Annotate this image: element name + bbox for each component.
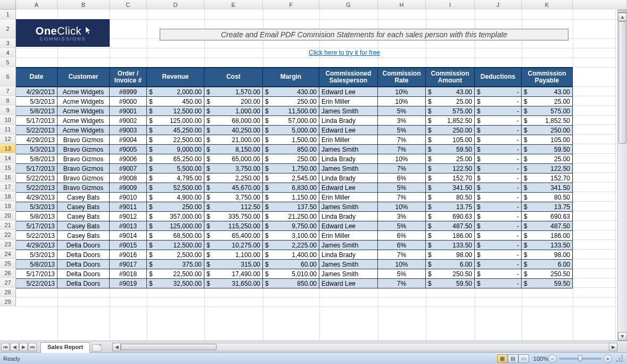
table-cell[interactable]: $6.00 (522, 260, 573, 269)
table-cell[interactable]: $25.00 (426, 97, 475, 106)
table-cell[interactable]: 5/17/2013 (16, 116, 57, 126)
table-cell[interactable]: $5,010.00 (263, 269, 319, 279)
table-cell[interactable]: $1,150.00 (263, 193, 319, 202)
table-cell[interactable]: $850.00 (263, 145, 319, 154)
table-cell[interactable]: $59.50 (522, 279, 573, 288)
table-cell[interactable]: 7% (378, 145, 426, 154)
column-header-B[interactable]: B (57, 0, 110, 10)
table-row[interactable]: 5/3/2013Delta Doors#9016$2,500.00$1,100.… (16, 250, 573, 260)
page-layout-view-button[interactable]: ▤ (508, 354, 518, 363)
table-cell[interactable]: $4,900.00 (147, 193, 204, 202)
table-cell[interactable]: Delta Doors (57, 241, 110, 250)
table-cell[interactable]: Edward Lee (319, 221, 378, 231)
table-cell[interactable]: #9002 (110, 116, 147, 126)
table-cell[interactable]: $52,500.00 (147, 183, 204, 193)
table-cell[interactable]: $32,500.00 (147, 279, 204, 288)
zoom-out-button[interactable]: − (548, 354, 557, 363)
table-cell[interactable]: Bravo Gizmos (57, 145, 110, 154)
table-cell[interactable]: 5/8/2013 (16, 212, 57, 221)
table-cell[interactable]: $21,000.00 (204, 135, 263, 145)
table-cell[interactable]: Casey Bats (57, 193, 110, 202)
table-cell[interactable]: $- (475, 173, 522, 183)
scroll-up-button[interactable]: ▲ (618, 13, 627, 21)
row-header-4[interactable]: 4 (0, 48, 16, 57)
table-row[interactable]: 5/22/2013Delta Doors#9019$32,500.00$31,6… (16, 279, 573, 288)
table-cell[interactable]: $68,500.00 (147, 231, 204, 241)
table-cell[interactable]: $133.50 (426, 241, 475, 250)
table-cell[interactable]: 10% (378, 260, 426, 269)
table-cell[interactable]: $122.50 (522, 164, 573, 173)
table-cell[interactable]: Delta Doors (57, 279, 110, 288)
table-cell[interactable]: 5/3/2013 (16, 202, 57, 212)
table-cell[interactable]: $11,500.00 (263, 106, 319, 116)
table-cell[interactable]: $40,250.00 (204, 126, 263, 135)
table-cell[interactable]: Casey Bats (57, 231, 110, 241)
row-header-24[interactable]: 24 (0, 249, 16, 259)
table-cell[interactable]: $12,500.00 (147, 106, 204, 116)
table-cell[interactable]: $25.00 (426, 154, 475, 164)
row-header-22[interactable]: 22 (0, 230, 16, 239)
table-cell[interactable]: $1,000.00 (204, 106, 263, 116)
table-cell[interactable]: $341.50 (522, 183, 573, 193)
table-cell[interactable]: $375.00 (147, 260, 204, 269)
table-cell[interactable]: $8,150.00 (204, 145, 263, 154)
table-row[interactable]: 5/3/2013Casey Bats#9011$250.00$112.50$13… (16, 202, 573, 212)
table-cell[interactable]: $59.50 (522, 145, 573, 154)
table-cell[interactable]: 5% (378, 106, 426, 116)
row-header-27[interactable]: 27 (0, 278, 16, 287)
table-cell[interactable]: $250.00 (147, 202, 204, 212)
table-cell[interactable]: Erin Miller (319, 135, 378, 145)
table-cell[interactable]: 4/29/2013 (16, 241, 57, 250)
table-cell[interactable]: James Smith (319, 241, 378, 250)
column-header-J[interactable]: J (475, 0, 522, 10)
row-header-1[interactable]: 1 (0, 10, 16, 19)
page-break-view-button[interactable]: ▭ (518, 354, 529, 363)
table-cell[interactable]: $3,100.00 (263, 231, 319, 241)
table-cell[interactable]: 5/8/2013 (16, 106, 57, 116)
table-row[interactable]: 4/29/2013Casey Bats#9010$4,900.00$3,750.… (16, 193, 573, 202)
table-cell[interactable]: James Smith (319, 145, 378, 154)
row-header-7[interactable]: 7 (0, 86, 16, 96)
table-cell[interactable]: $57,000.00 (263, 116, 319, 126)
table-cell[interactable]: 5/17/2013 (16, 221, 57, 231)
table-cell[interactable]: $105.00 (522, 135, 573, 145)
column-header-E[interactable]: E (204, 0, 263, 10)
table-cell[interactable]: Linda Brady (319, 212, 378, 221)
table-cell[interactable]: Casey Bats (57, 221, 110, 231)
column-header-K[interactable]: K (522, 0, 573, 10)
vscroll-thumb[interactable] (618, 21, 626, 144)
table-cell[interactable]: $- (475, 183, 522, 193)
table-cell[interactable]: $250.50 (426, 269, 475, 279)
table-cell[interactable]: $112.50 (204, 202, 263, 212)
table-cell[interactable]: Linda Brady (319, 173, 378, 183)
table-cell[interactable]: Edward Lee (319, 87, 378, 97)
table-cell[interactable]: $80.50 (426, 193, 475, 202)
table-cell[interactable]: 10% (378, 154, 426, 164)
table-cell[interactable]: 7% (378, 250, 426, 260)
table-cell[interactable]: $- (475, 241, 522, 250)
table-cell[interactable]: Bravo Gizmos (57, 173, 110, 183)
table-row[interactable]: 5/3/2013Acme Widgets#9000$450.00$200.00$… (16, 97, 573, 106)
table-cell[interactable]: $59.50 (426, 279, 475, 288)
table-cell[interactable]: $80.50 (522, 193, 573, 202)
table-cell[interactable]: $9,750.00 (263, 221, 319, 231)
table-cell[interactable]: $43.00 (522, 87, 573, 97)
table-header-cell[interactable]: Commission Rate (378, 68, 426, 87)
table-cell[interactable]: $1,400.00 (263, 250, 319, 260)
table-cell[interactable]: Acme Widgets (57, 116, 110, 126)
table-cell[interactable]: $10,275.00 (204, 241, 263, 250)
table-cell[interactable]: 7% (378, 193, 426, 202)
row-header-21[interactable]: 21 (0, 220, 16, 230)
table-row[interactable]: 5/8/2013Acme Widgets#9001$12,500.00$1,00… (16, 106, 573, 116)
table-cell[interactable]: $- (475, 154, 522, 164)
table-cell[interactable]: $2,225.00 (263, 241, 319, 250)
table-cell[interactable]: 6% (378, 241, 426, 250)
table-cell[interactable]: $98.00 (522, 250, 573, 260)
table-cell[interactable]: James Smith (319, 269, 378, 279)
table-cell[interactable]: #9013 (110, 221, 147, 231)
table-cell[interactable]: $250.00 (426, 126, 475, 135)
row-header-28[interactable]: 28 (0, 287, 16, 297)
table-header-cell[interactable]: Cost (204, 68, 263, 87)
row-header-19[interactable]: 19 (0, 201, 16, 211)
tab-prev-button[interactable]: ◀ (10, 343, 19, 351)
